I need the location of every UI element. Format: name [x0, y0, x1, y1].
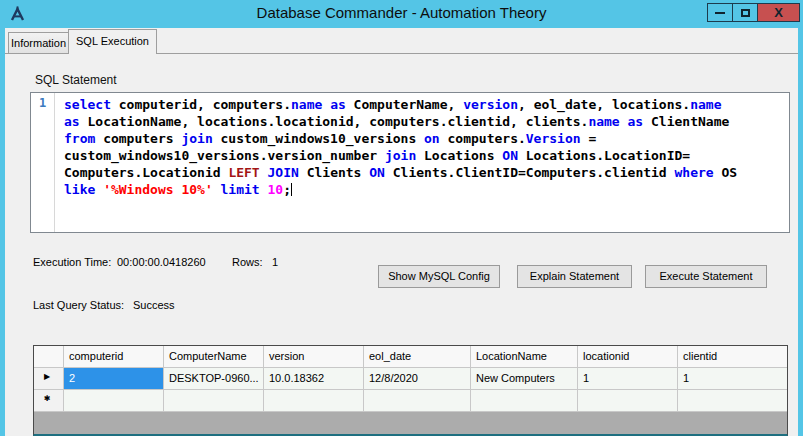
- execution-time-value: 00:00:00.0418260: [117, 256, 206, 268]
- code-line: Computers.Locationid LEFT JOIN Clients O…: [64, 164, 785, 181]
- empty-cell[interactable]: [471, 390, 578, 412]
- data-cell-computerid[interactable]: 2: [64, 368, 164, 390]
- column-header-version[interactable]: version: [264, 346, 364, 368]
- code-line: custom_windows10_versions.version_number…: [64, 147, 785, 164]
- empty-cell[interactable]: [364, 390, 471, 412]
- data-cell-clientid[interactable]: 1: [678, 368, 787, 390]
- tab-information[interactable]: Information: [8, 32, 69, 53]
- window-title: Database Commander - Automation Theory: [0, 4, 803, 21]
- sql-code[interactable]: select computerid, computers.name as Com…: [56, 93, 789, 232]
- column-header-computerid[interactable]: computerid: [64, 346, 164, 368]
- data-cell-version[interactable]: 10.0.18362: [264, 368, 364, 390]
- code-line: as LocationName, locations.locationid, c…: [64, 113, 785, 130]
- empty-cell[interactable]: [678, 390, 787, 412]
- results-grid: computerid ComputerName version eol_date…: [33, 345, 788, 436]
- line-number-gutter: 1: [31, 93, 55, 232]
- grid-corner-cell[interactable]: [34, 346, 64, 368]
- new-row-selector[interactable]: ✱: [34, 390, 64, 412]
- text-caret: [291, 183, 292, 196]
- execution-time-label: Execution Time:: [33, 256, 111, 268]
- data-cell-eol-date[interactable]: 12/8/2020: [364, 368, 471, 390]
- rows-label: Rows:: [232, 256, 263, 268]
- data-cell-computername[interactable]: DESKTOP-0960...: [164, 368, 264, 390]
- column-header-clientid[interactable]: clientid: [678, 346, 787, 368]
- line-number: 1: [39, 96, 46, 110]
- column-header-locationname[interactable]: LocationName: [471, 346, 578, 368]
- close-icon: X: [774, 6, 783, 19]
- execute-statement-button[interactable]: Execute Statement: [645, 265, 767, 288]
- column-header-computername[interactable]: ComputerName: [164, 346, 264, 368]
- empty-cell[interactable]: [264, 390, 364, 412]
- window-client-area: Information SQL Execution SQL Statement …: [5, 28, 798, 436]
- code-line: select computerid, computers.name as Com…: [64, 96, 785, 113]
- code-line: from computers join custom_windows10_ver…: [64, 130, 785, 147]
- title-bar: Database Commander - Automation Theory X: [0, 0, 803, 28]
- column-header-eol-date[interactable]: eol_date: [364, 346, 471, 368]
- minimize-button[interactable]: [707, 3, 733, 22]
- empty-cell[interactable]: [64, 390, 164, 412]
- data-cell-locationname[interactable]: New Computers: [471, 368, 578, 390]
- tab-sql-execution[interactable]: SQL Execution: [68, 29, 157, 54]
- show-mysql-config-button[interactable]: Show MySQL Config: [378, 265, 500, 288]
- explain-statement-button[interactable]: Explain Statement: [517, 265, 632, 288]
- empty-cell[interactable]: [164, 390, 264, 412]
- last-query-status-value: Success: [133, 299, 175, 311]
- close-button[interactable]: X: [757, 3, 800, 22]
- maximize-icon: [741, 9, 750, 17]
- last-query-status-label: Last Query Status:: [33, 299, 124, 311]
- maximize-button[interactable]: [732, 3, 758, 22]
- sql-editor[interactable]: 1 select computerid, computers.name as C…: [30, 92, 790, 233]
- grid-header-row: computerid ComputerName version eol_date…: [34, 346, 787, 368]
- row-selector[interactable]: ▶: [34, 368, 64, 390]
- caption-buttons: X: [708, 3, 800, 22]
- minimize-icon: [715, 12, 725, 14]
- new-row: ✱: [34, 390, 787, 412]
- sql-statement-label: SQL Statement: [35, 73, 117, 87]
- code-line: like '%Windows 10%' limit 10;: [64, 181, 785, 198]
- data-cell-locationid[interactable]: 1: [578, 368, 678, 390]
- rows-value: 1: [272, 256, 278, 268]
- empty-cell[interactable]: [578, 390, 678, 412]
- column-header-locationid[interactable]: locationid: [578, 346, 678, 368]
- table-row: ▶ 2 DESKTOP-0960... 10.0.18362 12/8/2020…: [34, 368, 787, 390]
